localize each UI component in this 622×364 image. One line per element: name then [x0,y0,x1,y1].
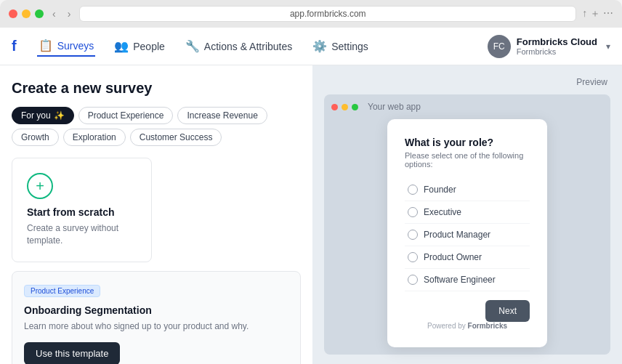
featured-badge: Product Experience [24,285,100,297]
next-button[interactable]: Next [485,300,530,322]
filter-growth[interactable]: Growth [12,129,59,146]
preview-label: Preview [576,77,607,87]
featured-card[interactable]: Product Experience Onboarding Segmentati… [12,271,301,364]
nav-actions[interactable]: 🔧 Actions & Attributes [184,36,294,56]
filter-for-you-label: For you [21,110,51,121]
radio-product-manager[interactable]: Product Manager [405,224,530,246]
radio-circle-se [408,275,418,285]
scratch-title: Start from scratch [27,206,137,218]
nav-settings[interactable]: ⚙️ Settings [311,36,370,56]
user-sub: Formbricks [517,47,597,56]
powered-brand: Formbricks [468,322,507,330]
settings-icon: ⚙️ [312,39,327,53]
preview-fullscreen [352,104,358,110]
modal-subtitle: Please select one of the following optio… [405,151,530,169]
preview-browser-bar: Your web app [331,102,603,112]
app: f 📋 Surveys 👥 People 🔧 Actions & Attribu… [0,28,622,364]
use-template-button[interactable]: Use this template [24,342,120,364]
preview-content: What is your role? Please select one of … [331,119,603,347]
radio-circle-po [408,252,418,262]
filter-for-you[interactable]: For you ✨ [12,107,74,124]
minimize-button[interactable] [22,9,31,18]
filter-product-experience[interactable]: Product Experience [78,107,174,124]
filter-revenue-label: Increase Revenue [187,110,257,121]
nav-surveys[interactable]: 📋 Surveys [37,36,96,57]
user-name: Formbricks Cloud [517,36,597,47]
radio-label-po: Product Owner [424,252,482,262]
radio-product-owner[interactable]: Product Owner [405,246,530,269]
survey-modal: What is your role? Please select one of … [387,119,547,347]
radio-software-engineer[interactable]: Software Engineer [405,269,530,291]
filter-tabs: For you ✨ Product Experience Increase Re… [12,107,301,146]
preview-panel: Preview Your web app What is your role? … [312,65,622,364]
actions-icon: 🔧 [185,39,200,53]
featured-title: Onboarding Segmentation [24,304,288,316]
radio-label-founder: Founder [424,185,456,195]
radio-circle-executive [408,207,418,217]
filter-growth-label: Growth [21,132,49,142]
preview-browser: Your web app What is your role? Please s… [324,94,610,355]
browser-actions: ↑ ＋ ⋯ [582,7,613,20]
start-from-scratch-card[interactable]: + Start from scratch Create a survey wit… [12,158,152,262]
radio-circle-founder [408,185,418,195]
traffic-lights [9,9,44,18]
nav-right: FC Formbricks Cloud Formbricks ▾ [488,35,610,58]
forward-button[interactable]: › [65,7,74,21]
preview-app-label: Your web app [368,102,421,112]
address-bar[interactable]: app.formbricks.com [79,6,576,22]
radio-founder[interactable]: Founder [405,179,530,201]
filter-exploration[interactable]: Exploration [63,129,126,146]
featured-desc: Learn more about who signed up to your p… [24,320,288,333]
nav-people-label: People [133,41,165,52]
radio-circle-pm [408,230,418,240]
nav-people[interactable]: 👥 People [113,36,166,56]
scratch-desc: Create a survey without template. [27,222,137,247]
main-content: Create a new survey For you ✨ Product Ex… [0,65,622,364]
left-panel: Create a new survey For you ✨ Product Ex… [0,65,312,364]
plus-icon: + [27,173,53,199]
filter-customer-success[interactable]: Customer Success [130,129,222,146]
powered-by: Powered by Formbricks [405,322,530,330]
surveys-icon: 📋 [39,39,53,52]
preview-minimize [342,104,348,110]
radio-label-pm: Product Manager [424,230,490,240]
radio-executive[interactable]: Executive [405,201,530,224]
filter-increase-revenue[interactable]: Increase Revenue [177,107,267,124]
avatar-initials: FC [493,41,505,52]
powered-by-text: Powered by [427,322,468,330]
nav-settings-label: Settings [331,41,368,52]
avatar: FC [488,35,511,58]
radio-label-se: Software Engineer [424,275,496,285]
filter-customer-label: Customer Success [140,132,213,142]
chevron-down-icon[interactable]: ▾ [606,41,610,52]
close-button[interactable] [9,9,17,18]
app-logo[interactable]: f [12,38,17,54]
nav-actions-label: Actions & Attributes [204,41,292,52]
page-title: Create a new survey [12,80,301,97]
radio-label-executive: Executive [424,207,461,217]
modal-title: What is your role? [405,137,530,148]
user-info: Formbricks Cloud Formbricks [517,36,597,56]
fullscreen-button[interactable] [35,9,44,18]
sparkle-icon: ✨ [54,110,65,121]
navbar: f 📋 Surveys 👥 People 🔧 Actions & Attribu… [0,28,622,65]
browser-toolbar: ‹ › app.formbricks.com ↑ ＋ ⋯ [9,6,613,22]
nav-surveys-label: Surveys [57,40,94,52]
preview-close [331,104,338,110]
people-icon: 👥 [114,39,129,53]
filter-exploration-label: Exploration [73,132,116,142]
filter-product-label: Product Experience [88,110,164,121]
browser-chrome: ‹ › app.formbricks.com ↑ ＋ ⋯ [0,0,622,28]
survey-grid: + Start from scratch Create a survey wit… [12,158,301,364]
back-button[interactable]: ‹ [49,7,59,21]
